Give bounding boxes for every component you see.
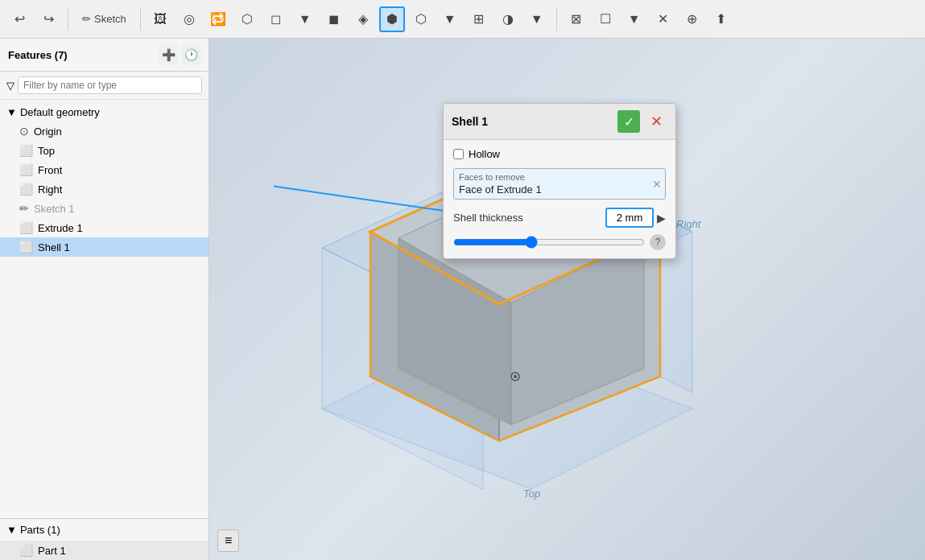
svg-text:Right: Right (676, 218, 702, 230)
sidebar-header-icons: ➕ 🕐 (159, 45, 200, 64)
filter-input[interactable] (18, 76, 202, 94)
front-label: Front (38, 164, 62, 176)
shell-dialog: Shell 1 ✓ ✕ Hollow (443, 103, 676, 259)
plane-icon-front: ⬜ (19, 163, 33, 176)
thickness-label: Shell thickness (453, 212, 523, 224)
top-label: Top (38, 145, 55, 157)
thickness-input-wrap: ▶ (605, 208, 666, 228)
sidebar-filter: ▽ (0, 72, 209, 100)
help-icon[interactable]: ? (650, 234, 666, 250)
toolbar-btn-16[interactable]: ▼ (621, 6, 647, 32)
faces-clear-button[interactable]: ✕ (652, 178, 662, 191)
viewport[interactable]: Right Top Shell 1 ✓ (209, 39, 925, 560)
tree-item-extrude1[interactable]: ⬜ Extrude 1 (0, 218, 209, 237)
toolbar-btn-13[interactable]: ▼ (524, 6, 550, 32)
toolbar-btn-6[interactable]: ▼ (292, 6, 318, 32)
thickness-arrow-button[interactable]: ▶ (657, 212, 666, 224)
tree-item-origin[interactable]: ⊙ Origin (0, 121, 209, 141)
right-label: Right (38, 183, 62, 196)
sidebar-header: Features (7) ➕ 🕐 (0, 39, 209, 72)
sketch-label: Sketch (94, 13, 126, 25)
dialog-cancel-button[interactable]: ✕ (645, 110, 667, 133)
content-area: Right Top Shell 1 ✓ (209, 39, 925, 560)
hollow-label[interactable]: Hollow (469, 148, 500, 160)
toolbar: ↩ ↪ ✏ Sketch 🖼 ◎ 🔁 ⬡ ◻ ▼ ◼ ◈ ⬢ ⬡ ▼ ⊞ ◑ ▼… (0, 0, 925, 39)
extrude-icon: ⬜ (19, 221, 33, 234)
shell1-label: Shell 1 (38, 241, 70, 253)
toolbar-btn-5[interactable]: ◻ (263, 6, 289, 32)
dialog-header: Shell 1 ✓ ✕ (444, 104, 675, 140)
toolbar-btn-1[interactable]: 🖼 (147, 6, 173, 32)
dialog-header-actions: ✓ ✕ (617, 110, 667, 133)
tree-item-sketch1[interactable]: ✏ Sketch 1 (0, 199, 209, 218)
toolbar-separator-1 (68, 8, 68, 31)
sketch-button[interactable]: ✏ Sketch (75, 9, 134, 29)
origin-icon: ⊙ (19, 125, 29, 138)
sketch-icon: ✏ (82, 13, 91, 25)
origin-label: Origin (34, 126, 62, 138)
tree-item-top[interactable]: ⬜ Top (0, 141, 209, 160)
hollow-row: Hollow (453, 148, 666, 160)
thickness-input[interactable] (605, 208, 654, 228)
toolbar-btn-14[interactable]: ⊠ (564, 6, 589, 32)
toolbar-btn-11[interactable]: ⊞ (466, 6, 492, 32)
toolbar-btn-12[interactable]: ◑ (495, 6, 521, 32)
parts-section[interactable]: ▼ Parts (1) (0, 519, 209, 541)
main-layout: Features (7) ➕ 🕐 ▽ ▼ Default geometry ⊙ … (0, 39, 925, 560)
chevron-down-icon: ▼ (6, 106, 17, 118)
extrude1-label: Extrude 1 (38, 222, 83, 234)
svg-text:Top: Top (523, 488, 540, 500)
tree-item-right[interactable]: ⬜ Right (0, 179, 209, 199)
toolbar-btn-8[interactable]: ◈ (350, 6, 376, 32)
hollow-checkbox[interactable] (453, 149, 464, 159)
parts-item-part1[interactable]: ⬜ Part 1 (0, 541, 209, 560)
tree-item-front[interactable]: ⬜ Front (0, 160, 209, 179)
toolbar-separator-3 (556, 8, 557, 31)
toolbar-btn-9[interactable]: ⬡ (408, 6, 434, 32)
timeline-button[interactable]: ≡ (217, 529, 239, 552)
toolbar-btn-2[interactable]: ◎ (176, 6, 202, 32)
default-geometry-section[interactable]: ▼ Default geometry (0, 103, 209, 121)
undo-button[interactable]: ↩ (6, 6, 32, 32)
default-geometry-label: Default geometry (20, 106, 100, 118)
toolbar-btn-18[interactable]: ⊕ (679, 6, 705, 32)
plane-icon-right: ⬜ (19, 183, 33, 196)
svg-point-17 (514, 375, 517, 378)
sidebar: Features (7) ➕ 🕐 ▽ ▼ Default geometry ⊙ … (0, 39, 209, 560)
toolbar-btn-19[interactable]: ⬆ (708, 6, 734, 32)
history-button[interactable]: 🕐 (181, 45, 200, 64)
parts-chevron-icon: ▼ (6, 524, 17, 536)
faces-value: Face of Extrude 1 (459, 183, 660, 196)
features-title: Features (7) (8, 49, 68, 61)
dialog-title: Shell 1 (452, 115, 488, 128)
parts-title: Parts (1) (20, 524, 60, 536)
sketch-icon-tree: ✏ (19, 202, 29, 215)
redo-button[interactable]: ↪ (35, 6, 61, 32)
toolbar-btn-10[interactable]: ▼ (437, 6, 463, 32)
faces-to-remove-box: Faces to remove Face of Extrude 1 ✕ (453, 168, 666, 200)
toolbar-separator-2 (140, 8, 141, 31)
timeline-icon: ≡ (225, 533, 232, 547)
dialog-ok-button[interactable]: ✓ (617, 110, 640, 133)
question-mark-icon: ? (655, 237, 661, 248)
add-feature-button[interactable]: ➕ (159, 45, 178, 64)
dialog-body: Hollow Faces to remove Face of Extrude 1… (444, 140, 675, 258)
toolbar-btn-7[interactable]: ◼ (321, 6, 347, 32)
sketch1-label: Sketch 1 (34, 203, 75, 215)
checkmark-icon: ✓ (624, 114, 634, 130)
thickness-slider[interactable] (453, 236, 645, 249)
part-icon: ⬜ (19, 544, 33, 557)
sidebar-tree: ▼ Default geometry ⊙ Origin ⬜ Top ⬜ Fron… (0, 100, 209, 518)
part1-label: Part 1 (38, 545, 66, 557)
plane-icon-top: ⬜ (19, 144, 33, 157)
toolbar-btn-17[interactable]: ✕ (650, 6, 676, 32)
toolbar-btn-active[interactable]: ⬢ (379, 6, 405, 32)
slider-row: ? (453, 234, 666, 250)
toolbar-btn-3[interactable]: 🔁 (205, 6, 231, 32)
cancel-x-icon: ✕ (650, 113, 663, 130)
faces-label: Faces to remove (459, 172, 660, 182)
shell-icon: ⬜ (19, 241, 33, 253)
toolbar-btn-15[interactable]: ☐ (593, 6, 618, 32)
toolbar-btn-4[interactable]: ⬡ (234, 6, 260, 32)
tree-item-shell1[interactable]: ⬜ Shell 1 (0, 237, 209, 257)
